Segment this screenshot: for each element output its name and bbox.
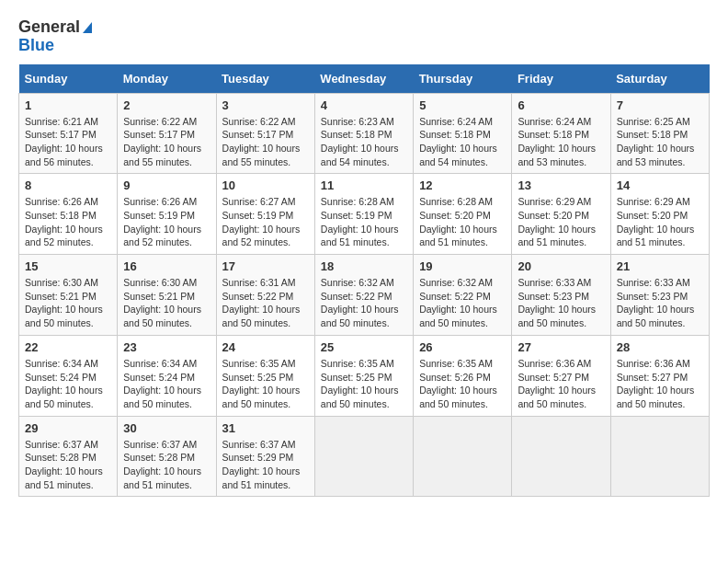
day-info: Sunrise: 6:34 AM Sunset: 5:24 PM Dayligh… (25, 357, 111, 411)
day-info: Sunrise: 6:34 AM Sunset: 5:24 PM Dayligh… (123, 357, 210, 411)
day-number: 16 (123, 259, 210, 273)
logo: General Blue (18, 18, 92, 55)
day-number: 20 (518, 259, 604, 273)
week-row-5: 29 Sunrise: 6:37 AM Sunset: 5:28 PM Dayl… (19, 416, 710, 497)
day-info: Sunrise: 6:30 AM Sunset: 5:21 PM Dayligh… (25, 276, 111, 330)
day-number: 11 (321, 178, 407, 192)
day-number: 22 (25, 340, 111, 354)
day-info: Sunrise: 6:22 AM Sunset: 5:17 PM Dayligh… (123, 115, 210, 169)
day-info: Sunrise: 6:24 AM Sunset: 5:18 PM Dayligh… (518, 115, 604, 169)
day-info: Sunrise: 6:35 AM Sunset: 5:26 PM Dayligh… (419, 357, 506, 411)
weekday-wednesday: Wednesday (314, 64, 413, 94)
day-cell: 23 Sunrise: 6:34 AM Sunset: 5:24 PM Dayl… (118, 335, 216, 416)
day-cell: 28 Sunrise: 6:36 AM Sunset: 5:27 PM Dayl… (610, 335, 709, 416)
day-cell: 20 Sunrise: 6:33 AM Sunset: 5:23 PM Dayl… (512, 255, 610, 336)
day-number: 21 (617, 259, 703, 273)
day-number: 30 (123, 421, 210, 435)
day-info: Sunrise: 6:36 AM Sunset: 5:27 PM Dayligh… (518, 357, 604, 411)
day-number: 23 (123, 340, 210, 354)
week-row-4: 22 Sunrise: 6:34 AM Sunset: 5:24 PM Dayl… (19, 335, 710, 416)
day-cell: 4 Sunrise: 6:23 AM Sunset: 5:18 PM Dayli… (314, 93, 413, 174)
logo-block: General Blue (18, 18, 92, 55)
day-info: Sunrise: 6:24 AM Sunset: 5:18 PM Dayligh… (419, 115, 506, 169)
calendar-table: SundayMondayTuesdayWednesdayThursdayFrid… (18, 64, 710, 498)
day-cell: 12 Sunrise: 6:28 AM Sunset: 5:20 PM Dayl… (414, 174, 512, 255)
day-cell: 26 Sunrise: 6:35 AM Sunset: 5:26 PM Dayl… (414, 335, 512, 416)
calendar-header: SundayMondayTuesdayWednesdayThursdayFrid… (19, 64, 710, 94)
week-row-2: 8 Sunrise: 6:26 AM Sunset: 5:18 PM Dayli… (19, 174, 710, 255)
day-cell: 5 Sunrise: 6:24 AM Sunset: 5:18 PM Dayli… (414, 93, 512, 174)
day-info: Sunrise: 6:31 AM Sunset: 5:22 PM Dayligh… (222, 276, 309, 330)
day-number: 31 (222, 421, 309, 435)
day-number: 17 (222, 259, 309, 273)
day-cell: 18 Sunrise: 6:32 AM Sunset: 5:22 PM Dayl… (314, 255, 413, 336)
logo-general: General (18, 18, 92, 37)
day-info: Sunrise: 6:33 AM Sunset: 5:23 PM Dayligh… (617, 276, 703, 330)
day-info: Sunrise: 6:32 AM Sunset: 5:22 PM Dayligh… (321, 276, 407, 330)
day-cell: 31 Sunrise: 6:37 AM Sunset: 5:29 PM Dayl… (216, 416, 314, 497)
day-cell: 24 Sunrise: 6:35 AM Sunset: 5:25 PM Dayl… (216, 335, 314, 416)
day-number: 2 (123, 98, 210, 112)
day-cell (512, 416, 610, 497)
weekday-thursday: Thursday (414, 64, 512, 94)
day-cell: 27 Sunrise: 6:36 AM Sunset: 5:27 PM Dayl… (512, 335, 610, 416)
day-number: 19 (419, 259, 506, 273)
day-info: Sunrise: 6:30 AM Sunset: 5:21 PM Dayligh… (123, 276, 210, 330)
day-number: 27 (518, 340, 604, 354)
day-cell (610, 416, 709, 497)
day-number: 1 (25, 98, 111, 112)
day-cell: 16 Sunrise: 6:30 AM Sunset: 5:21 PM Dayl… (118, 255, 216, 336)
day-cell: 11 Sunrise: 6:28 AM Sunset: 5:19 PM Dayl… (314, 174, 413, 255)
weekday-sunday: Sunday (19, 64, 118, 94)
day-info: Sunrise: 6:21 AM Sunset: 5:17 PM Dayligh… (25, 115, 111, 169)
day-number: 9 (123, 178, 210, 192)
day-number: 29 (25, 421, 111, 435)
day-number: 8 (25, 178, 111, 192)
day-info: Sunrise: 6:36 AM Sunset: 5:27 PM Dayligh… (617, 357, 703, 411)
day-cell: 17 Sunrise: 6:31 AM Sunset: 5:22 PM Dayl… (216, 255, 314, 336)
day-number: 28 (617, 340, 703, 354)
day-cell: 30 Sunrise: 6:37 AM Sunset: 5:28 PM Dayl… (118, 416, 216, 497)
day-info: Sunrise: 6:23 AM Sunset: 5:18 PM Dayligh… (321, 115, 407, 169)
calendar-body: 1 Sunrise: 6:21 AM Sunset: 5:17 PM Dayli… (19, 93, 710, 497)
day-number: 12 (419, 178, 506, 192)
day-number: 7 (617, 98, 703, 112)
day-number: 6 (518, 98, 604, 112)
day-cell: 25 Sunrise: 6:35 AM Sunset: 5:25 PM Dayl… (314, 335, 413, 416)
day-cell: 3 Sunrise: 6:22 AM Sunset: 5:17 PM Dayli… (216, 93, 314, 174)
day-number: 13 (518, 178, 604, 192)
day-number: 3 (222, 98, 309, 112)
weekday-saturday: Saturday (610, 64, 709, 94)
day-info: Sunrise: 6:35 AM Sunset: 5:25 PM Dayligh… (222, 357, 309, 411)
day-number: 14 (617, 178, 703, 192)
day-cell: 13 Sunrise: 6:29 AM Sunset: 5:20 PM Dayl… (512, 174, 610, 255)
day-info: Sunrise: 6:29 AM Sunset: 5:20 PM Dayligh… (617, 195, 703, 249)
week-row-3: 15 Sunrise: 6:30 AM Sunset: 5:21 PM Dayl… (19, 255, 710, 336)
day-cell: 14 Sunrise: 6:29 AM Sunset: 5:20 PM Dayl… (610, 174, 709, 255)
day-info: Sunrise: 6:22 AM Sunset: 5:17 PM Dayligh… (222, 115, 309, 169)
day-cell: 6 Sunrise: 6:24 AM Sunset: 5:18 PM Dayli… (512, 93, 610, 174)
day-cell: 10 Sunrise: 6:27 AM Sunset: 5:19 PM Dayl… (216, 174, 314, 255)
day-number: 24 (222, 340, 309, 354)
day-cell: 7 Sunrise: 6:25 AM Sunset: 5:18 PM Dayli… (610, 93, 709, 174)
day-number: 5 (419, 98, 506, 112)
day-info: Sunrise: 6:37 AM Sunset: 5:28 PM Dayligh… (123, 438, 210, 492)
day-cell: 8 Sunrise: 6:26 AM Sunset: 5:18 PM Dayli… (19, 174, 118, 255)
day-cell: 29 Sunrise: 6:37 AM Sunset: 5:28 PM Dayl… (19, 416, 118, 497)
day-number: 18 (321, 259, 407, 273)
day-info: Sunrise: 6:37 AM Sunset: 5:28 PM Dayligh… (25, 438, 111, 492)
day-cell: 22 Sunrise: 6:34 AM Sunset: 5:24 PM Dayl… (19, 335, 118, 416)
day-cell: 2 Sunrise: 6:22 AM Sunset: 5:17 PM Dayli… (118, 93, 216, 174)
weekday-monday: Monday (118, 64, 216, 94)
day-cell: 1 Sunrise: 6:21 AM Sunset: 5:17 PM Dayli… (19, 93, 118, 174)
weekday-tuesday: Tuesday (216, 64, 314, 94)
day-info: Sunrise: 6:32 AM Sunset: 5:22 PM Dayligh… (419, 276, 506, 330)
day-info: Sunrise: 6:28 AM Sunset: 5:19 PM Dayligh… (321, 195, 407, 249)
day-info: Sunrise: 6:33 AM Sunset: 5:23 PM Dayligh… (518, 276, 604, 330)
logo-blue: Blue (18, 37, 92, 55)
day-info: Sunrise: 6:26 AM Sunset: 5:18 PM Dayligh… (25, 195, 111, 249)
day-cell: 15 Sunrise: 6:30 AM Sunset: 5:21 PM Dayl… (19, 255, 118, 336)
day-cell: 9 Sunrise: 6:26 AM Sunset: 5:19 PM Dayli… (118, 174, 216, 255)
weekday-header-row: SundayMondayTuesdayWednesdayThursdayFrid… (19, 64, 710, 94)
day-info: Sunrise: 6:29 AM Sunset: 5:20 PM Dayligh… (518, 195, 604, 249)
